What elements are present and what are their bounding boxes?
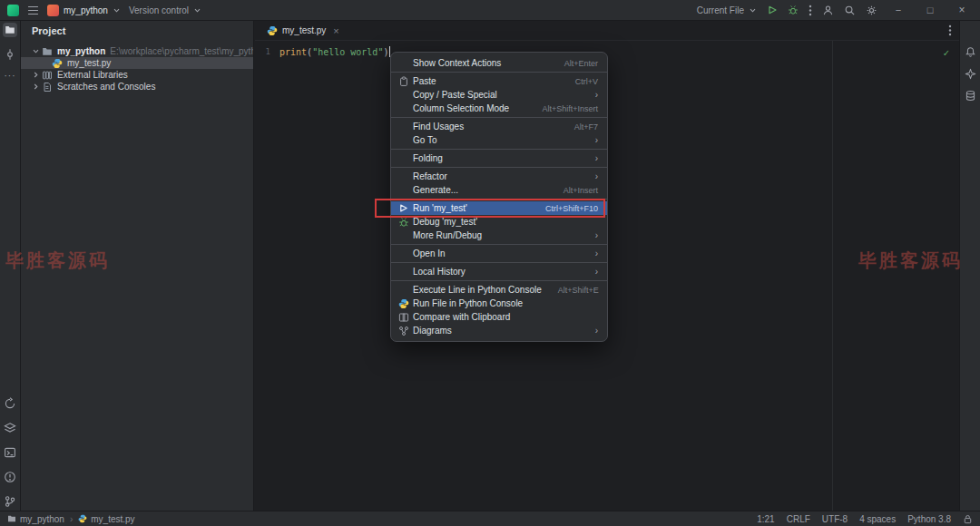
menu-item-folding[interactable]: Folding› bbox=[391, 151, 607, 165]
menu-item-label: Refactor bbox=[413, 171, 447, 181]
more-actions-icon[interactable] bbox=[808, 5, 812, 16]
menu-icon-slot bbox=[397, 266, 409, 278]
menu-item-refactor[interactable]: Refactor› bbox=[391, 170, 607, 183]
menu-item-copy-paste-special[interactable]: Copy / Paste Special› bbox=[391, 88, 607, 102]
menu-separator bbox=[391, 167, 607, 168]
inspections-ok-icon[interactable]: ✓ bbox=[943, 47, 949, 59]
python-icon bbox=[52, 58, 63, 69]
menu-item-compare-with-clipboard[interactable]: Compare with Clipboard bbox=[391, 310, 607, 324]
menu-item-shortcut: Alt+Enter bbox=[564, 59, 598, 68]
vcs-label: Version control bbox=[129, 5, 189, 15]
menu-item-debug-my-test[interactable]: Debug 'my_test' bbox=[391, 215, 607, 229]
pycharm-logo-icon bbox=[7, 5, 19, 16]
close-button[interactable]: × bbox=[951, 4, 973, 16]
menu-item-run-file-in-python-console[interactable]: Run File in Python Console bbox=[391, 297, 607, 310]
menu-item-column-selection-mode[interactable]: Column Selection ModeAlt+Shift+Insert bbox=[391, 102, 607, 115]
more-tool-windows-icon[interactable]: ··· bbox=[5, 72, 16, 81]
status-crlf[interactable]: CRLF bbox=[787, 514, 810, 524]
menu-separator bbox=[391, 117, 607, 118]
menu-item-execute-line-in-python-console[interactable]: Execute Line in Python ConsoleAlt+Shift+… bbox=[391, 283, 607, 297]
breadcrumb-my-python[interactable]: my_python bbox=[7, 514, 64, 524]
ai-assistant-icon[interactable] bbox=[963, 66, 977, 81]
status-bar: my_python›my_test.py 1:21CRLFUTF-84 spac… bbox=[0, 511, 980, 526]
menu-item-more-run-debug[interactable]: More Run/Debug› bbox=[391, 229, 607, 242]
submenu-arrow-icon: › bbox=[595, 153, 598, 163]
services-tool-window-icon[interactable] bbox=[3, 396, 17, 411]
project-avatar-icon bbox=[47, 5, 59, 16]
breadcrumb-my-test-py[interactable]: my_test.py bbox=[78, 514, 134, 524]
maximize-button[interactable]: □ bbox=[919, 5, 941, 15]
menu-icon-slot bbox=[397, 184, 409, 196]
search-everywhere-icon[interactable] bbox=[844, 5, 856, 16]
profile-icon[interactable] bbox=[822, 5, 834, 16]
python-icon bbox=[78, 514, 87, 523]
menu-item-diagrams[interactable]: Diagrams› bbox=[391, 324, 607, 337]
tab-options-icon[interactable] bbox=[948, 24, 952, 36]
project-panel-title[interactable]: Project bbox=[21, 21, 253, 41]
project-tool-window-icon[interactable] bbox=[3, 23, 17, 37]
submenu-arrow-icon: › bbox=[595, 326, 598, 336]
menu-item-local-history[interactable]: Local History› bbox=[391, 265, 607, 278]
commit-tool-window-icon[interactable] bbox=[3, 47, 17, 62]
menu-item-go-to[interactable]: Go To› bbox=[391, 133, 607, 147]
titlebar: my_python Version control Current File −… bbox=[0, 0, 980, 21]
lock-icon[interactable] bbox=[963, 514, 973, 524]
menu-separator bbox=[391, 280, 607, 281]
status-utf-8[interactable]: UTF-8 bbox=[822, 514, 848, 524]
main-menu-icon[interactable] bbox=[27, 5, 39, 15]
database-icon[interactable] bbox=[963, 88, 977, 102]
chevron-down-icon bbox=[113, 6, 121, 15]
submenu-arrow-icon: › bbox=[595, 248, 598, 258]
menu-item-label: Paste bbox=[413, 76, 436, 86]
notifications-icon[interactable] bbox=[963, 44, 977, 59]
menu-item-generate[interactable]: Generate...Alt+Insert bbox=[391, 183, 607, 197]
status-python-3-8[interactable]: Python 3.8 bbox=[907, 514, 951, 524]
run-config-label: Current File bbox=[697, 5, 744, 15]
menu-item-label: Copy / Paste Special bbox=[413, 90, 497, 100]
code-text: print("hello world") bbox=[279, 47, 388, 57]
right-tool-strip bbox=[959, 21, 980, 511]
run-configuration-selector[interactable]: Current File bbox=[697, 5, 757, 15]
menu-item-open-in[interactable]: Open In› bbox=[391, 247, 607, 260]
tree-item-external-libraries[interactable]: External Libraries bbox=[21, 69, 253, 81]
project-switcher[interactable]: my_python bbox=[47, 5, 121, 16]
folder-icon bbox=[7, 514, 16, 523]
python-packages-icon[interactable] bbox=[3, 421, 17, 435]
terminal-icon[interactable] bbox=[3, 445, 17, 460]
menu-item-shortcut: Ctrl+V bbox=[575, 77, 598, 86]
tree-chevron-icon[interactable] bbox=[30, 47, 42, 55]
menu-icon-slot bbox=[397, 284, 409, 296]
editor-tab[interactable]: my_test.py × bbox=[259, 21, 348, 41]
tree-item-scratches-and-consoles[interactable]: Scratches and Consoles bbox=[21, 81, 253, 93]
tree-chevron-icon[interactable] bbox=[30, 71, 42, 79]
status-4-spaces[interactable]: 4 spaces bbox=[859, 514, 896, 524]
chevron-down-icon bbox=[193, 6, 201, 15]
tree-item-label: External Libraries bbox=[57, 70, 128, 80]
vcs-widget[interactable]: Version control bbox=[129, 5, 201, 15]
project-tree: my_pythonE:\workplace\pycharm_test\my_py… bbox=[21, 41, 253, 93]
menu-item-run-my-test[interactable]: Run 'my_test'Ctrl+Shift+F10 bbox=[391, 201, 607, 215]
problems-icon[interactable] bbox=[3, 470, 17, 484]
run-icon bbox=[397, 202, 409, 214]
tree-item-label: my_python bbox=[57, 46, 105, 56]
code-token-paren: ) bbox=[383, 47, 388, 57]
minimize-button[interactable]: − bbox=[887, 5, 909, 15]
debug-button[interactable] bbox=[788, 5, 799, 15]
tree-item-my-python[interactable]: my_pythonE:\workplace\pycharm_test\my_py… bbox=[21, 45, 253, 57]
version-control-icon[interactable] bbox=[3, 494, 17, 509]
tree-chevron-icon[interactable] bbox=[30, 83, 42, 91]
settings-icon[interactable] bbox=[866, 5, 877, 16]
editor-tab-bar: my_test.py × bbox=[255, 21, 959, 41]
menu-item-shortcut: Ctrl+Shift+F10 bbox=[545, 204, 598, 213]
menu-item-label: Column Selection Mode bbox=[413, 103, 509, 113]
debug-icon bbox=[397, 216, 409, 228]
diagram-icon bbox=[397, 325, 409, 336]
paste-icon bbox=[397, 75, 409, 87]
menu-item-find-usages[interactable]: Find UsagesAlt+F7 bbox=[391, 120, 607, 133]
tree-item-my-test-py[interactable]: my_test.py bbox=[21, 57, 253, 69]
menu-item-paste[interactable]: PasteCtrl+V bbox=[391, 74, 607, 88]
tab-close-icon[interactable]: × bbox=[333, 25, 338, 36]
menu-item-show-context-actions[interactable]: Show Context ActionsAlt+Enter bbox=[391, 56, 607, 70]
status-1-21[interactable]: 1:21 bbox=[757, 514, 774, 524]
run-button[interactable] bbox=[767, 5, 778, 15]
